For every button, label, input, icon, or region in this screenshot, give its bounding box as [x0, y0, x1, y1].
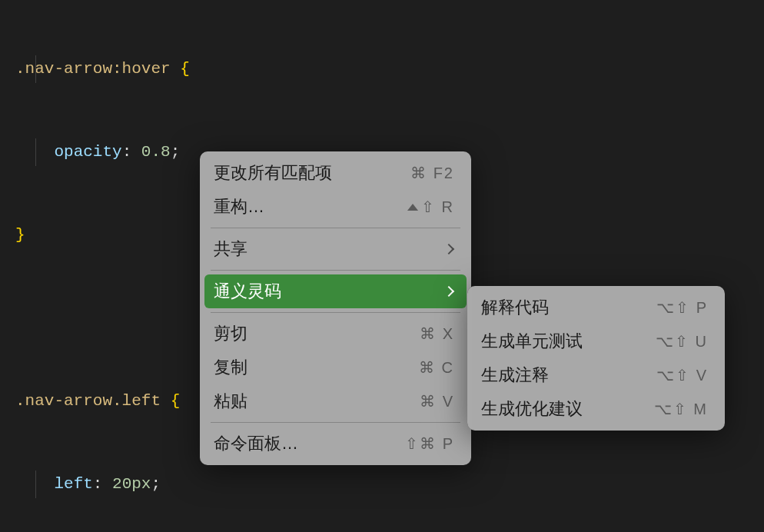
menu-shortcut: ⌥⇧ P	[656, 298, 708, 317]
menu-item-gen-comment[interactable]: 生成注释 ⌥⇧ V	[467, 358, 725, 392]
caret-up-icon	[407, 204, 418, 211]
chevron-right-icon	[443, 244, 454, 254]
menu-shortcut: ⌥⇧ U	[656, 332, 708, 351]
menu-label: 生成优化建议	[481, 397, 583, 421]
menu-item-explain-code[interactable]: 解释代码 ⌥⇧ P	[467, 291, 725, 324]
menu-separator	[211, 228, 460, 228]
menu-shortcut: ⌥⇧ V	[656, 366, 708, 384]
menu-label: 剪切	[214, 322, 247, 345]
menu-label: 粘贴	[214, 390, 247, 413]
menu-item-command-palette[interactable]: 命令面板… ⇧⌘ P	[200, 427, 471, 461]
context-menu: 更改所有匹配项 ⌘ F2 重构… ⇧ R 共享 通义灵码 剪切 ⌘ X 复制 ⌘…	[200, 151, 471, 465]
menu-separator	[211, 312, 460, 313]
menu-label: 复制	[214, 356, 247, 379]
menu-shortcut: ⌥⇧ M	[654, 400, 708, 418]
menu-item-refactor[interactable]: 重构… ⇧ R	[200, 190, 471, 224]
menu-item-cut[interactable]: 剪切 ⌘ X	[200, 317, 471, 351]
menu-item-paste[interactable]: 粘贴 ⌘ V	[200, 384, 471, 418]
code-prop: left	[54, 475, 92, 493]
menu-shortcut: ⇧ R	[407, 198, 454, 216]
menu-item-tongyi[interactable]: 通义灵码	[204, 274, 467, 308]
menu-item-share[interactable]: 共享	[200, 232, 471, 266]
menu-label: 重构…	[214, 195, 264, 218]
menu-shortcut: ⌘ X	[420, 324, 454, 343]
code-selector: .nav-arrow:hover	[15, 60, 171, 78]
menu-item-gen-optimize[interactable]: 生成优化建议 ⌥⇧ M	[467, 392, 725, 426]
menu-shortcut: ⇧⌘ P	[405, 434, 454, 453]
menu-separator	[211, 270, 460, 271]
menu-label: 生成单元测试	[481, 330, 583, 353]
code-prop: opacity	[54, 143, 121, 161]
chevron-right-icon	[443, 286, 454, 297]
menu-separator	[211, 422, 460, 423]
menu-label: 通义灵码	[214, 280, 281, 303]
menu-shortcut: ⌘ C	[419, 358, 454, 377]
context-submenu: 解释代码 ⌥⇧ P 生成单元测试 ⌥⇧ U 生成注释 ⌥⇧ V 生成优化建议 ⌥…	[467, 286, 725, 431]
menu-label: 更改所有匹配项	[214, 161, 332, 185]
menu-item-change-all[interactable]: 更改所有匹配项 ⌘ F2	[200, 156, 471, 190]
menu-label: 解释代码	[481, 296, 549, 319]
menu-label: 生成注释	[481, 364, 549, 387]
menu-shortcut: ⌘ V	[420, 392, 454, 411]
menu-item-gen-unit-test[interactable]: 生成单元测试 ⌥⇧ U	[467, 324, 725, 358]
code-value: 0.8	[141, 143, 171, 161]
menu-label: 命令面板…	[214, 432, 298, 455]
code-selector: .nav-arrow.left	[15, 392, 161, 410]
menu-label: 共享	[214, 238, 247, 261]
code-value: 20px	[112, 475, 151, 493]
menu-item-copy[interactable]: 复制 ⌘ C	[200, 351, 471, 384]
menu-shortcut: ⌘ F2	[410, 164, 454, 182]
